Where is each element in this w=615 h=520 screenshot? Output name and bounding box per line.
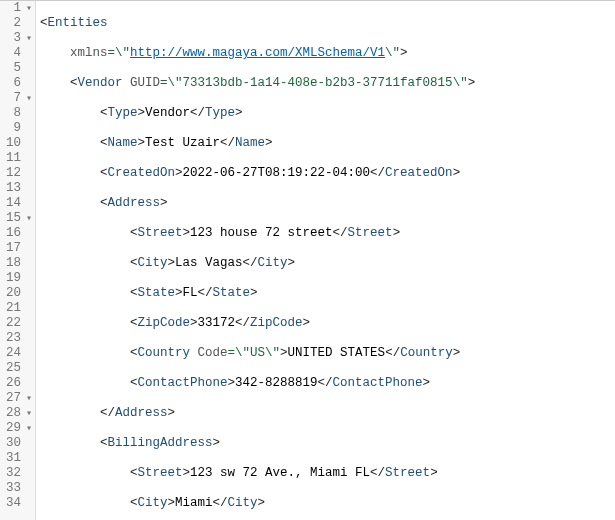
line-number: 23 (6, 331, 23, 346)
line-number-gutter: 1▾ 2 3▾ 4 5 6 7▾ 8 9 10 11 12 13 14 15▾ … (0, 1, 36, 520)
line-number: 9 (13, 121, 23, 136)
line-number: 5 (13, 61, 23, 76)
line-number: 2 (13, 16, 23, 31)
line-number: 14 (6, 196, 23, 211)
line-number: 19 (6, 271, 23, 286)
line-number: 25 (6, 361, 23, 376)
fold-toggle[interactable]: ▾ (23, 424, 35, 434)
fold-toggle[interactable]: ▾ (23, 409, 35, 419)
line-number: 4 (13, 46, 23, 61)
fold-toggle[interactable]: ▾ (23, 394, 35, 404)
line-number: 21 (6, 301, 23, 316)
line-number: 18 (6, 256, 23, 271)
code-editor: 1▾ 2 3▾ 4 5 6 7▾ 8 9 10 11 12 13 14 15▾ … (0, 0, 615, 520)
line-number: 8 (13, 106, 23, 121)
line-number: 24 (6, 346, 23, 361)
line-number: 31 (6, 451, 23, 466)
line-number: 3 (13, 31, 23, 46)
line-number: 12 (6, 166, 23, 181)
line-number: 28 (6, 406, 23, 421)
line-number: 27 (6, 391, 23, 406)
line-number: 10 (6, 136, 23, 151)
line-number: 6 (13, 76, 23, 91)
line-number: 32 (6, 466, 23, 481)
line-number: 16 (6, 226, 23, 241)
fold-toggle[interactable]: ▾ (23, 214, 35, 224)
line-number: 11 (6, 151, 23, 166)
line-number: 30 (6, 436, 23, 451)
line-number: 29 (6, 421, 23, 436)
line-number: 34 (6, 496, 23, 511)
line-number: 22 (6, 316, 23, 331)
line-number: 33 (6, 481, 23, 496)
line-number: 26 (6, 376, 23, 391)
line-number: 20 (6, 286, 23, 301)
fold-toggle[interactable]: ▾ (23, 94, 35, 104)
line-number: 7 (13, 91, 23, 106)
fold-toggle[interactable]: ▾ (23, 34, 35, 44)
line-number: 17 (6, 241, 23, 256)
code-content[interactable]: <Entities xmlns=\"http://www.magaya.com/… (36, 1, 528, 520)
line-number: 15 (6, 211, 23, 226)
line-number: 1 (13, 1, 23, 16)
fold-toggle[interactable]: ▾ (23, 4, 35, 14)
line-number: 13 (6, 181, 23, 196)
